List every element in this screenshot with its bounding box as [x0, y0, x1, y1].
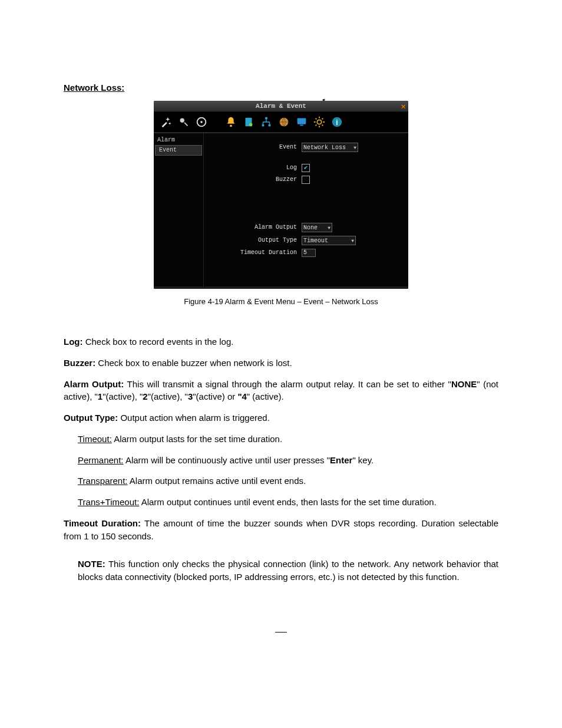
close-icon[interactable]: ✕	[401, 101, 406, 112]
output-type-term: Output Type:	[64, 413, 118, 423]
output-type-label: Output Type	[209, 236, 302, 245]
event-form: Event Network Loss▼ Log ✔ Buzzer Alarm	[204, 133, 408, 286]
timeout-duration-input[interactable]: 5	[302, 249, 316, 257]
permanent-term: Permanent:	[78, 455, 124, 465]
transtimeout-term: Trans+Timeout:	[78, 497, 139, 507]
window-title: Alarm & Event	[256, 103, 306, 110]
log-checkbox[interactable]: ✔	[302, 164, 310, 172]
alarm-output-label: Alarm Output	[209, 223, 302, 232]
output-type-desc: Output action when alarm is triggered.	[118, 413, 270, 423]
alarm-output-term: Alarm Output:	[64, 379, 124, 389]
window-toolbar: i	[154, 112, 408, 133]
svg-rect-7	[262, 124, 265, 127]
svg-rect-11	[300, 125, 303, 126]
buzzer-term: Buzzer:	[64, 358, 95, 368]
buzzer-checkbox[interactable]	[302, 176, 310, 184]
svg-point-3	[230, 125, 232, 127]
info-icon[interactable]: i	[330, 116, 343, 129]
sidebar-item-event[interactable]: Event	[155, 145, 202, 156]
body-text: Log: Check box to record events in the l…	[64, 335, 498, 584]
svg-rect-8	[269, 124, 271, 127]
timeout-desc: Alarm output lasts for the set time dura…	[112, 434, 282, 444]
window-titlebar: Alarm & Event ✕	[154, 101, 408, 112]
figure: ↖ Alarm & Event ✕ i Alar	[64, 101, 498, 306]
bell-icon[interactable]	[224, 116, 237, 129]
globe-icon[interactable]	[277, 116, 290, 129]
svg-point-0	[180, 118, 184, 123]
log-label: Log	[209, 164, 302, 172]
log-term: Log:	[64, 337, 82, 347]
gear-icon[interactable]	[313, 116, 326, 129]
note-term: NOTE:	[78, 559, 105, 569]
buzzer-desc: Check box to enable buzzer when network …	[95, 358, 292, 368]
motion-icon[interactable]	[177, 116, 190, 129]
transparent-term: Transparent:	[78, 476, 128, 486]
alarm-event-window: Alarm & Event ✕ i Alarm Event	[154, 101, 408, 289]
note-desc: This function only checks the physical c…	[78, 559, 498, 582]
svg-point-12	[317, 120, 321, 124]
svg-rect-6	[265, 117, 267, 120]
timeout-duration-term: Timeout Duration:	[64, 518, 141, 528]
transparent-desc: Alarm output remains active until event …	[128, 476, 306, 486]
svg-point-5	[249, 123, 253, 127]
disc-icon[interactable]	[195, 116, 208, 129]
svg-text:i: i	[336, 118, 338, 127]
page-icon[interactable]	[242, 116, 255, 129]
event-label: Event	[209, 143, 302, 151]
transtimeout-desc: Alarm output continues until event ends,…	[139, 497, 436, 507]
buzzer-label: Buzzer	[209, 176, 302, 184]
monitor-icon[interactable]	[295, 116, 308, 129]
timeout-duration-label: Timeout Duration	[209, 249, 302, 257]
svg-rect-10	[297, 118, 306, 124]
svg-point-2	[200, 121, 203, 123]
page-footer-rule	[275, 631, 287, 633]
log-desc: Check box to record events in the log.	[82, 337, 233, 347]
sidebar: Alarm Event	[154, 133, 204, 286]
event-select[interactable]: Network Loss▼	[302, 143, 358, 152]
network-icon[interactable]	[260, 116, 273, 129]
timeout-term: Timeout:	[78, 434, 112, 444]
section-heading: Network Loss:	[64, 83, 498, 93]
figure-caption: Figure 4-19 Alarm & Event Menu – Event –…	[184, 297, 378, 306]
alarm-output-select[interactable]: None▼	[302, 223, 332, 232]
wand-icon[interactable]	[160, 116, 173, 129]
sidebar-item-alarm[interactable]: Alarm	[154, 136, 203, 145]
output-type-select[interactable]: Timeout▼	[302, 236, 356, 245]
